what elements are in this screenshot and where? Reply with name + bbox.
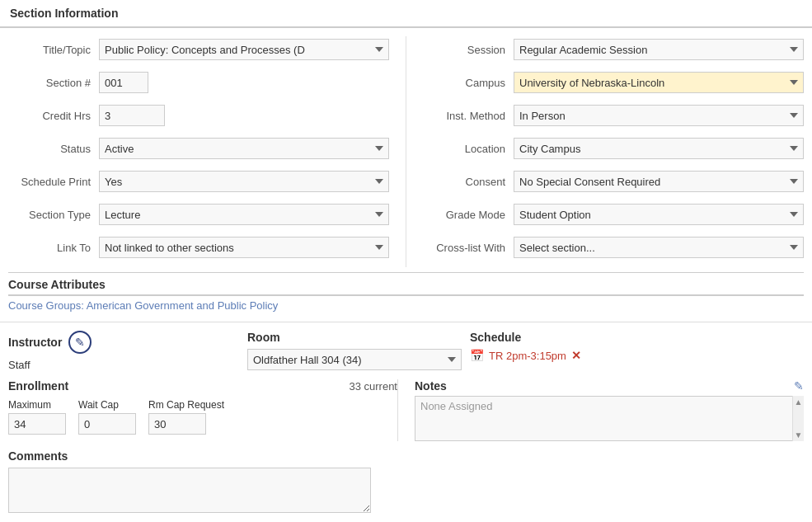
credit-hrs-row: Credit Hrs [8,102,389,129]
campus-row: Campus University of Nebraska-Lincoln [423,69,804,96]
scroll-up-arrow[interactable]: ▲ [793,396,805,408]
campus-select[interactable]: University of Nebraska-Lincoln [514,72,804,93]
comments-section: Comments [0,441,812,522]
session-row: Session Regular Academic Session [423,36,804,63]
comments-textarea[interactable] [8,468,371,513]
notes-title: Notes [415,379,447,393]
section-num-input[interactable] [99,72,148,93]
location-row: Location City Campus East Campus [423,135,804,162]
status-control: Active Inactive Cancelled [99,138,389,159]
maximum-field: Maximum [8,399,66,435]
rm-cap-input[interactable] [148,413,206,435]
section-type-label: Section Type [8,209,99,221]
instructor-edit-button[interactable]: ✎ [68,331,92,354]
notes-box: None Assigned [415,396,804,441]
instructor-staff-text: Staff [8,359,235,371]
instructor-title: Instructor [8,336,62,349]
campus-label: Campus [423,77,514,89]
course-groups-value: American Government and Public Policy [87,299,279,312]
title-topic-label: Title/Topic [8,44,99,56]
room-col: Room Oldfather Hall 304 (34) [247,331,470,371]
bottom-section: Instructor ✎ Staff Room Oldfather Hall 3… [0,322,812,371]
session-control: Regular Academic Session [514,39,804,60]
room-select-wrapper: Oldfather Hall 304 (34) [247,349,458,370]
room-title: Room [247,331,280,344]
crosslist-select[interactable]: Select section... [514,237,804,258]
course-groups-text: Course Groups: American Government and P… [8,299,804,312]
consent-control: No Special Consent Required Instructor C… [514,171,804,192]
grade-mode-control: Student Option Standard Letter Pass/Fail [514,204,804,225]
enrollment-header: Enrollment 33 current [8,379,397,393]
grade-mode-label: Grade Mode [423,209,514,221]
campus-control: University of Nebraska-Lincoln [514,72,804,93]
enrollment-current: 33 current [349,380,397,393]
notes-header: Notes ✎ [415,379,804,393]
section-info-title: Section Information [10,7,118,20]
consent-select[interactable]: No Special Consent Required Instructor C… [514,171,804,192]
session-select[interactable]: Regular Academic Session [514,39,804,60]
rm-cap-label: Rm Cap Request [148,399,224,411]
grade-mode-select[interactable]: Student Option Standard Letter Pass/Fail [514,204,804,225]
right-column: Session Regular Academic Session Campus … [406,36,804,267]
schedule-title: Schedule [470,331,521,344]
room-header: Room [247,331,458,344]
enrollment-title: Enrollment [8,379,68,393]
rm-cap-field: Rm Cap Request [148,399,224,435]
inst-method-select[interactable]: In Person Online Hybrid [514,105,804,126]
wait-cap-label: Wait Cap [78,399,136,411]
course-attributes-section: Course Attributes Course Groups: America… [0,267,812,317]
location-select[interactable]: City Campus East Campus [514,138,804,159]
credit-hrs-control [99,105,389,126]
crosslist-row: Cross-list With Select section... [423,234,804,261]
inst-method-row: Inst. Method In Person Online Hybrid [423,102,804,129]
room-select[interactable]: Oldfather Hall 304 (34) [247,349,462,370]
notes-scrollbar: ▲ ▼ [792,396,804,441]
scroll-down-arrow[interactable]: ▼ [793,429,805,441]
section-type-select[interactable]: Lecture Lab Seminar [99,204,389,225]
title-topic-select[interactable]: Public Policy: Concepts and Processes (D [99,39,389,60]
schedule-delete-button[interactable]: ✕ [571,349,581,362]
comments-title: Comments [8,449,804,463]
status-select[interactable]: Active Inactive Cancelled [99,138,389,159]
main-form-grid: Title/Topic Public Policy: Concepts and … [0,36,812,267]
inst-method-label: Inst. Method [423,110,514,122]
schedule-print-select[interactable]: Yes No [99,171,389,192]
credit-hrs-label: Credit Hrs [8,110,99,122]
credit-hrs-input[interactable] [99,105,165,126]
location-label: Location [423,143,514,155]
schedule-print-row: Schedule Print Yes No [8,168,389,195]
enrollment-notes-section: Enrollment 33 current Maximum Wait Cap R… [0,371,812,441]
notes-area-wrapper: None Assigned ▲ ▼ [415,396,804,441]
wait-cap-field: Wait Cap [78,399,136,435]
section-info-header: Section Information [0,0,812,28]
schedule-time: TR 2pm-3:15pm [489,350,566,362]
crosslist-control: Select section... [514,237,804,258]
grade-mode-row: Grade Mode Student Option Standard Lette… [423,201,804,228]
link-to-select[interactable]: Not linked to other sections [99,237,389,258]
notes-none-text: None Assigned [420,400,492,412]
consent-label: Consent [423,176,514,188]
schedule-print-label: Schedule Print [8,176,99,188]
section-num-row: Section # [8,69,389,96]
consent-row: Consent No Special Consent Required Inst… [423,168,804,195]
link-to-row: Link To Not linked to other sections [8,234,389,261]
schedule-print-control: Yes No [99,171,389,192]
instructor-header: Instructor ✎ [8,331,235,354]
section-num-control [99,72,389,93]
instructor-edit-icon: ✎ [75,336,85,349]
enrollment-fields: Maximum Wait Cap Rm Cap Request [8,399,397,435]
location-control: City Campus East Campus [514,138,804,159]
link-to-label: Link To [8,242,99,254]
notes-edit-button[interactable]: ✎ [794,379,804,393]
maximum-input[interactable] [8,413,66,435]
section-type-row: Section Type Lecture Lab Seminar [8,201,389,228]
schedule-col: Schedule 📅 TR 2pm-3:15pm ✕ [470,331,804,371]
wait-cap-input[interactable] [78,413,136,435]
instructor-col: Instructor ✎ Staff [8,331,247,371]
status-row: Status Active Inactive Cancelled [8,135,389,162]
title-topic-control: Public Policy: Concepts and Processes (D [99,39,389,60]
maximum-label: Maximum [8,399,66,411]
crosslist-label: Cross-list With [423,242,514,254]
title-topic-row: Title/Topic Public Policy: Concepts and … [8,36,389,63]
enrollment-left: Enrollment 33 current Maximum Wait Cap R… [8,379,397,441]
